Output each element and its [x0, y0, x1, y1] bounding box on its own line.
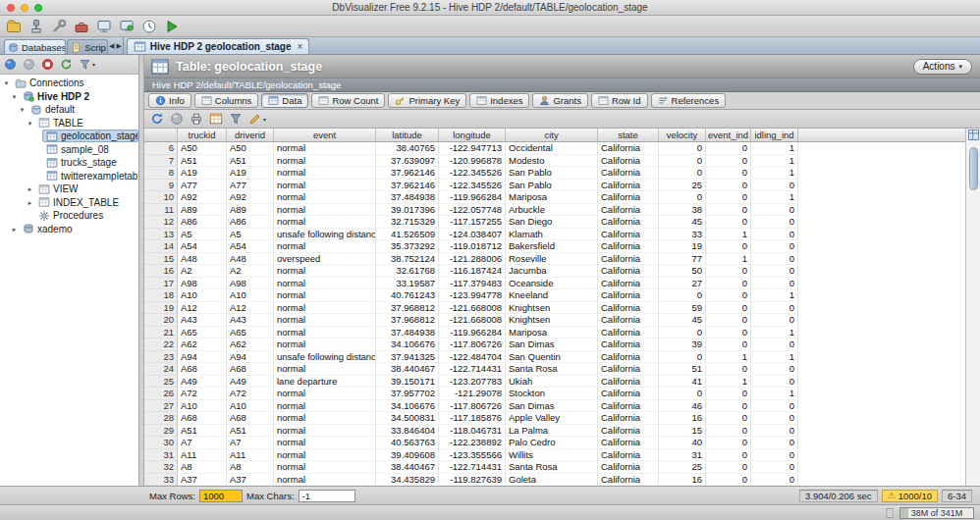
cell-idling_ind[interactable]: 1	[751, 289, 798, 302]
row-number[interactable]: 21	[144, 327, 178, 339]
cell-event[interactable]: overspeed	[274, 253, 376, 266]
tree-item-default[interactable]: ▾default	[0, 103, 138, 117]
cell-truckid[interactable]: A19	[178, 167, 227, 180]
cell-latitude[interactable]: 33.19587	[376, 278, 439, 290]
cell-latitude[interactable]: 38.440467	[376, 363, 439, 376]
tree-item-view[interactable]: ▸VIEW	[0, 182, 138, 196]
cell-driverid[interactable]: A10	[227, 289, 274, 302]
cell-event_ind[interactable]: 0	[706, 327, 751, 339]
cell-idling_ind[interactable]: 0	[751, 474, 798, 487]
row-number[interactable]: 30	[144, 437, 178, 449]
connect-button[interactable]	[2, 57, 19, 72]
cell-longitude[interactable]: -122.947713	[439, 142, 506, 155]
cell-state[interactable]: California	[598, 216, 659, 229]
cell-truckid[interactable]: A5	[178, 229, 227, 241]
cell-state[interactable]: California	[598, 278, 659, 290]
cell-latitude[interactable]: 37.484938	[376, 191, 439, 204]
cell-truckid[interactable]: A43	[178, 314, 227, 327]
cell-driverid[interactable]: A7	[227, 437, 274, 449]
cell-idling_ind[interactable]: 1	[751, 388, 798, 400]
cell-latitude[interactable]: 37.941325	[376, 351, 439, 364]
cell-velocity[interactable]: 16	[659, 474, 706, 487]
row-number[interactable]: 19	[144, 302, 178, 315]
cell-city[interactable]: Knightsen	[506, 302, 598, 315]
cell-city[interactable]: San Dimas	[506, 338, 598, 351]
cell-idling_ind[interactable]: 1	[751, 155, 798, 168]
row-number[interactable]: 10	[144, 191, 178, 204]
cell-truckid[interactable]: A72	[178, 388, 227, 400]
cell-idling_ind[interactable]: 1	[751, 167, 798, 180]
tree-item-table[interactable]: ▾TABLE	[0, 117, 138, 130]
cell-latitude[interactable]: 37.484938	[376, 327, 439, 339]
cell-longitude[interactable]: -117.157255	[439, 216, 506, 229]
cell-idling_ind[interactable]: 0	[751, 461, 798, 474]
cell-event_ind[interactable]: 0	[706, 425, 751, 438]
actions-button[interactable]: Actions ▾	[913, 59, 972, 75]
sidebar-tab-databases[interactable]: Databases	[4, 39, 66, 54]
tree-item-sample-08[interactable]: sample_08	[0, 143, 138, 157]
cell-driverid[interactable]: A92	[227, 191, 274, 204]
cell-state[interactable]: California	[598, 363, 659, 376]
cell-state[interactable]: California	[598, 376, 659, 389]
cell-event[interactable]: normal	[274, 167, 376, 180]
memory-indicator[interactable]: 38M of 341M	[899, 507, 974, 519]
row-number[interactable]: 16	[144, 265, 178, 278]
cell-event[interactable]: normal	[274, 425, 376, 438]
cell-city[interactable]: Occidental	[506, 142, 598, 155]
max-rows-input[interactable]	[199, 490, 243, 502]
cell-state[interactable]: California	[598, 253, 659, 266]
cell-state[interactable]: California	[598, 474, 659, 487]
cell-event[interactable]: normal	[274, 240, 376, 253]
row-number[interactable]: 9	[144, 180, 178, 192]
cell-event[interactable]: unsafe following distance	[274, 351, 376, 364]
cell-velocity[interactable]: 38	[659, 204, 706, 217]
row-number[interactable]: 27	[144, 400, 178, 413]
cell-truckid[interactable]: A54	[178, 240, 227, 253]
row-number[interactable]: 13	[144, 229, 178, 241]
cell-city[interactable]: Santa Rosa	[506, 461, 598, 474]
cell-city[interactable]: Ukiah	[506, 376, 598, 389]
cell-latitude[interactable]: 34.106676	[376, 338, 439, 351]
cell-velocity[interactable]: 77	[659, 253, 706, 266]
cell-event[interactable]: unsafe following distance	[274, 229, 376, 241]
cell-event_ind[interactable]: 1	[706, 376, 751, 389]
cell-idling_ind[interactable]: 0	[751, 216, 798, 229]
expander-collapsed-icon[interactable]: ▸	[10, 223, 19, 235]
refresh-button[interactable]	[58, 57, 75, 72]
cell-latitude[interactable]: 40.761243	[376, 289, 439, 302]
cell-event_ind[interactable]: 0	[706, 155, 751, 168]
cell-event_ind[interactable]: 0	[706, 474, 751, 487]
cell-longitude[interactable]: -121.668008	[439, 314, 506, 327]
cell-truckid[interactable]: A7	[178, 437, 227, 449]
tab-grants[interactable]: Grants	[532, 93, 588, 108]
row-number[interactable]: 23	[144, 351, 178, 364]
expander-expanded-icon[interactable]: ▾	[10, 90, 19, 103]
cell-driverid[interactable]: A77	[227, 180, 274, 192]
cell-velocity[interactable]: 0	[659, 155, 706, 168]
cell-city[interactable]: Jacumba	[506, 265, 598, 278]
stop-button[interactable]	[39, 57, 56, 72]
cell-idling_ind[interactable]: 0	[751, 278, 798, 290]
cell-city[interactable]: Palo Cedro	[506, 437, 598, 449]
cell-idling_ind[interactable]: 0	[751, 314, 798, 327]
cell-driverid[interactable]: A49	[227, 376, 274, 389]
grid-settings-button[interactable]	[967, 129, 980, 141]
cell-event[interactable]: normal	[274, 204, 376, 217]
cell-city[interactable]: San Pablo	[506, 167, 598, 180]
cell-state[interactable]: California	[598, 314, 659, 327]
cell-state[interactable]: California	[598, 191, 659, 204]
cell-longitude[interactable]: -122.714431	[439, 461, 506, 474]
row-number[interactable]: 33	[144, 474, 178, 487]
cell-driverid[interactable]: A50	[227, 142, 274, 155]
cell-longitude[interactable]: -116.187424	[439, 265, 506, 278]
cell-longitude[interactable]: -117.185876	[439, 412, 506, 425]
tab-columns[interactable]: Columns	[194, 93, 259, 108]
filter-button[interactable]: ▾	[77, 57, 97, 72]
row-number[interactable]: 31	[144, 449, 178, 462]
cell-event_ind[interactable]: 0	[706, 400, 751, 413]
cell-longitude[interactable]: -122.345526	[439, 167, 506, 180]
cell-event[interactable]: normal	[274, 265, 376, 278]
cell-truckid[interactable]: A10	[178, 400, 227, 413]
cell-velocity[interactable]: 31	[659, 449, 706, 462]
row-number[interactable]: 18	[144, 289, 178, 302]
